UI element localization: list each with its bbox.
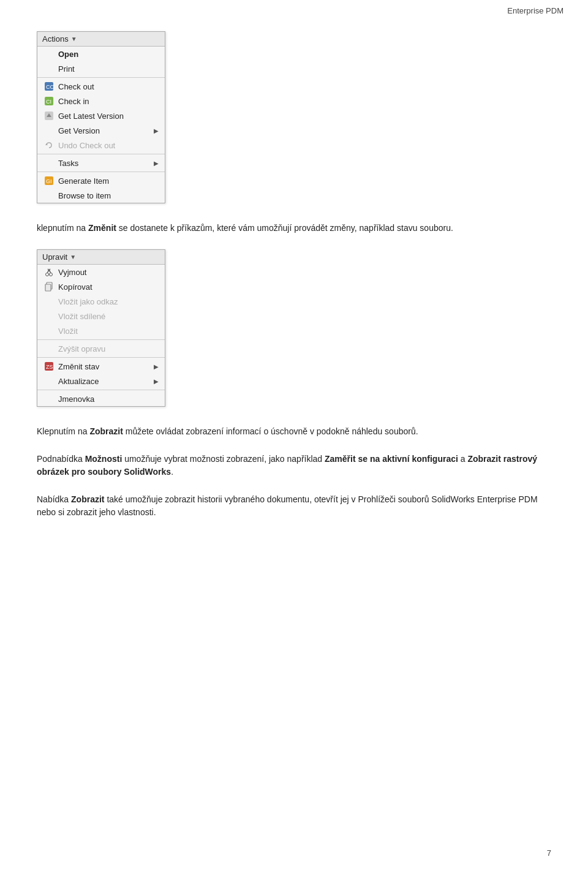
browsetoitem-label: Browse to item [58, 191, 111, 200]
text-between-menus: klepnutím na Změnit se dostanete k příka… [37, 222, 551, 235]
menu-item-zmenitstav[interactable]: ZS Změnit stav ▶ [37, 359, 165, 374]
upravit-menu-box: Upravit ▼ Vyjmout [37, 249, 165, 407]
checkin-icon: CI [43, 96, 55, 107]
menu-item-zvysitoravu[interactable]: Zvýšit opravu [37, 341, 165, 356]
generateitem-label: Generate Item [58, 176, 109, 186]
svg-point-10 [50, 273, 53, 276]
svg-text:GI: GI [46, 178, 52, 184]
zamerit-bold: Zaměřit se na aktivní konfiguraci [325, 454, 458, 464]
menu-item-print[interactable]: Print [37, 61, 165, 76]
actions-dropdown-arrow: ▼ [71, 36, 77, 42]
kopirovat-label: Kopírovat [58, 282, 92, 292]
open-label: Open [58, 50, 78, 59]
actions-menu-box: Actions ▼ Open Print CO Check out [37, 31, 165, 203]
undocheckout-icon [43, 140, 55, 151]
menu-item-vlozit[interactable]: Vložit [37, 323, 165, 338]
menu-item-kopirovat[interactable]: Kopírovat [37, 279, 165, 294]
page-content: Actions ▼ Open Print CO Check out [0, 19, 588, 558]
vlozit-label: Vložit [58, 327, 78, 336]
page-header: Enterprise PDM [0, 0, 588, 19]
divider-1 [37, 77, 165, 78]
svg-point-9 [46, 273, 49, 276]
divider-2 [37, 154, 165, 154]
vyjmout-icon [43, 266, 55, 278]
menu-item-browsetoitem[interactable]: Browse to item [37, 188, 165, 203]
svg-rect-16 [45, 284, 51, 291]
open-icon [43, 48, 55, 59]
divider-up-1 [37, 339, 165, 340]
vyjmout-label: Vyjmout [58, 268, 86, 277]
aktualizace-submenu-arrow: ▶ [154, 378, 159, 385]
upravit-menu-label: Upravit [42, 252, 67, 262]
print-label: Print [58, 64, 75, 74]
zobrazit-bold-2: Zobrazit [71, 494, 104, 504]
zvysitoravu-label: Zvýšit opravu [58, 344, 105, 353]
divider-up-3 [37, 390, 165, 390]
menu-item-getversion[interactable]: Get Version ▶ [37, 123, 165, 138]
paragraph-zobrazit-2: Nabídka Zobrazit také umožňuje zobrazit … [37, 493, 551, 519]
actions-menu-title[interactable]: Actions ▼ [37, 32, 165, 47]
menu-item-checkin[interactable]: CI Check in [37, 94, 165, 108]
jmenovka-label: Jmenovka [58, 395, 94, 404]
zvysitoravu-icon [43, 343, 55, 354]
menu-item-jmenovka[interactable]: Jmenovka [37, 391, 165, 406]
svg-text:CI: CI [46, 99, 51, 105]
zmenit-bold: Změnit [88, 223, 116, 233]
checkout-icon: CO [43, 81, 55, 92]
actions-menu-label: Actions [42, 34, 69, 43]
vlozitsdilene-icon [43, 311, 55, 322]
divider-up-2 [37, 357, 165, 358]
print-icon [43, 63, 55, 74]
header-title: Enterprise PDM [507, 6, 564, 15]
menu-item-getlatest[interactable]: Get Latest Version [37, 108, 165, 123]
tasks-label: Tasks [58, 159, 78, 168]
svg-text:ZS: ZS [46, 364, 53, 370]
vlozit-icon [43, 325, 55, 336]
aktualizace-label: Aktualizace [58, 377, 99, 386]
vlozitodkaz-icon [43, 296, 55, 307]
page-number: 7 [547, 848, 551, 858]
getversion-label: Get Version [58, 126, 100, 135]
getlatest-label: Get Latest Version [58, 111, 124, 121]
tasks-submenu-arrow: ▶ [154, 160, 159, 167]
generateitem-icon: GI [43, 175, 55, 186]
menu-item-checkout[interactable]: CO Check out [37, 79, 165, 94]
checkout-label: Check out [58, 82, 94, 91]
menu-item-tasks[interactable]: Tasks ▶ [37, 156, 165, 170]
menu-item-undocheckout[interactable]: Undo Check out [37, 138, 165, 153]
menu-item-vlozitsdilene[interactable]: Vložit sdílené [37, 309, 165, 323]
tasks-icon [43, 157, 55, 168]
svg-text:CO: CO [46, 84, 54, 90]
getversion-submenu-arrow: ▶ [154, 127, 159, 134]
getversion-icon [43, 125, 55, 136]
moznosti-bold: Možnosti [85, 454, 123, 464]
undocheckout-label: Undo Check out [58, 141, 115, 150]
vlozitodkaz-label: Vložit jako odkaz [58, 297, 118, 306]
paragraph-moznosti: Podnabídka Možnosti umožňuje vybrat možn… [37, 453, 551, 478]
upravit-menu-title[interactable]: Upravit ▼ [37, 250, 165, 265]
zobrazit-bold-1: Zobrazit [89, 426, 123, 436]
upravit-dropdown-arrow: ▼ [70, 254, 76, 260]
paragraph-zobrazit-1: Klepnutím na Zobrazit můžete ovládat zob… [37, 425, 551, 438]
menu-item-generateitem[interactable]: GI Generate Item [37, 173, 165, 188]
menu-item-vlozitodkaz[interactable]: Vložit jako odkaz [37, 294, 165, 309]
getlatest-icon [43, 110, 55, 121]
menu-item-vyjmout[interactable]: Vyjmout [37, 265, 165, 279]
zmenitstav-submenu-arrow: ▶ [154, 363, 159, 370]
menu-item-open[interactable]: Open [37, 47, 165, 61]
vlozitsdilene-label: Vložit sdílené [58, 312, 105, 321]
zmenitstav-label: Změnit stav [58, 362, 99, 371]
aktualizace-icon [43, 376, 55, 387]
divider-3 [37, 172, 165, 172]
zmenitstav-icon: ZS [43, 361, 55, 372]
jmenovka-icon [43, 393, 55, 404]
browsetoitem-icon [43, 190, 55, 201]
kopirovat-icon [43, 281, 55, 292]
checkin-label: Check in [58, 97, 89, 106]
menu-item-aktualizace[interactable]: Aktualizace ▶ [37, 374, 165, 388]
